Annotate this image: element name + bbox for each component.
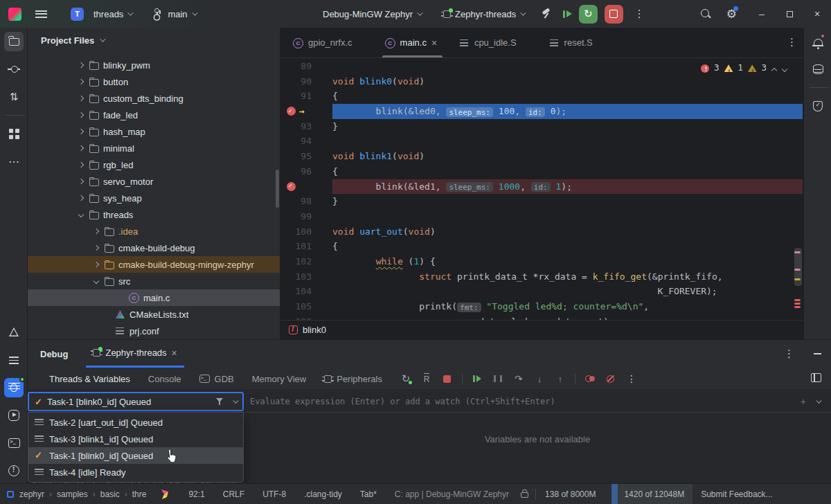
tree-chevron-icon[interactable] [118,294,125,301]
tree-item[interactable]: main.c [28,289,280,306]
settings-gear-icon[interactable]: ⚙ [726,7,737,21]
layout-settings-icon[interactable] [811,373,821,382]
gutter[interactable]: 89 [280,59,332,74]
gutter[interactable]: 105 [280,299,332,314]
code-line-content[interactable]: { [332,239,803,254]
panel-options-icon[interactable]: ⋮ [780,348,798,360]
view-breakpoints-icon[interactable] [581,370,599,387]
tree-item[interactable]: hash_map [28,123,280,140]
tree-chevron-icon[interactable] [104,311,111,318]
code-line-content[interactable]: } [332,194,803,209]
add-watch-icon[interactable]: + [801,396,806,407]
status-item[interactable]: CRLF [223,489,244,499]
scroll-mark[interactable] [794,251,801,253]
code-line-content[interactable]: blink(&led1, sleep_ms: 1000, id: 1); [332,179,803,195]
gutter[interactable]: 95 [280,149,332,164]
code-area[interactable]: 8990void blink0(void)91{→ blink(&led0, s… [280,59,803,320]
tree-chevron-icon[interactable] [93,244,100,251]
debug-view-tab[interactable]: Peripherals [315,368,391,390]
chevron-down-icon[interactable] [816,397,821,403]
tree-chevron-icon[interactable] [78,211,84,218]
status-item[interactable]: C: app | Debug-MinGW Zephyr [395,489,509,499]
code-line-content[interactable]: { [332,164,803,179]
tree-item[interactable]: threads [28,206,280,223]
tree-chevron-icon[interactable] [78,195,84,201]
debug-view-tab[interactable]: Threads & Variables [40,368,139,390]
status-breadcrumb[interactable]: thre [132,489,152,499]
cmake-tool-icon[interactable] [4,323,24,342]
code-line-content[interactable]: void uart_out(void) [332,224,803,240]
tree-chevron-icon[interactable] [78,95,84,102]
tree-chevron-icon[interactable] [93,278,100,285]
scroll-mark[interactable] [794,303,801,305]
tab-options-icon[interactable]: ⋮ [787,36,797,48]
scroll-mark[interactable] [794,299,801,301]
window-close-button[interactable]: × [803,0,831,28]
gutter[interactable]: 104 [280,284,332,299]
submit-feedback-link[interactable]: Submit Feedback... [701,489,772,499]
pull-requests-tool-icon[interactable] [4,87,24,107]
divider[interactable] [6,115,25,116]
debug-view-tab[interactable]: Memory View [243,368,316,390]
thread-list-item[interactable]: Task-4 [idle] Ready [28,464,243,480]
thread-list-item[interactable]: Task-3 [blink1_id] Queued [28,431,243,447]
heap-indicator[interactable]: 138 of 8000M [545,489,596,499]
tree-item[interactable]: prj.conf [28,323,280,339]
editor-tab[interactable]: main.c [375,28,449,57]
stop-icon[interactable] [438,370,456,387]
gutter[interactable]: 103 [280,269,332,285]
code-line-content[interactable]: printk(fmt: "Toggled led%d; counter=%d\n… [332,299,803,314]
rerun-debug-button[interactable]: ↻ [579,5,598,24]
filter-icon[interactable] [215,397,224,406]
resume-program-button[interactable] [563,10,572,18]
scroll-mark[interactable] [794,306,801,308]
separator[interactable] [462,373,463,384]
reset-icon[interactable] [418,370,436,387]
debug-tool-icon[interactable] [4,378,24,397]
main-menu-icon[interactable] [35,10,47,18]
tool-window-corner-icon[interactable] [7,491,14,498]
tree-item[interactable]: .idea [28,223,280,240]
code-line-content[interactable] [332,209,803,224]
database-tool-icon[interactable] [808,60,828,79]
tree-chevron-icon[interactable] [78,62,84,69]
gutter[interactable]: 98 [280,194,332,209]
tree-item[interactable]: custom_dts_binding [28,90,280,107]
tree-item[interactable]: src [28,273,280,289]
tree-item[interactable]: button [28,73,280,90]
tree-chevron-icon[interactable] [93,261,100,268]
editor-tab[interactable]: gpio_nrfx.c [283,28,375,57]
stop-button[interactable] [605,5,623,24]
gutter[interactable]: 94 [280,134,332,149]
previous-problem-icon[interactable] [771,66,777,71]
gutter[interactable]: 99 [280,209,332,224]
unlocked-icon[interactable] [521,492,528,498]
inspections-widget[interactable]: 3 1 3 [701,61,787,76]
build-button[interactable] [541,8,552,19]
thread-list-item[interactable]: Task-1 [blink0_id] Queued [28,447,243,464]
gutter[interactable]: 93 [280,119,332,134]
status-item[interactable]: UTF-8 [262,489,286,499]
commit-tool-icon[interactable] [4,60,24,79]
branch-selector[interactable]: main [150,6,198,22]
tree-item[interactable]: servo_motor [28,173,280,190]
tree-chevron-icon[interactable] [78,78,84,85]
gutter[interactable]: 101 [280,239,332,254]
code-line-content[interactable]: blink(&led0, sleep_ms: 100, id: 0); [332,104,803,119]
mute-breakpoints-icon[interactable] [602,370,620,387]
more-icon[interactable] [623,370,641,387]
step-over-icon[interactable] [510,370,528,387]
problems-tool-icon[interactable] [4,461,24,480]
status-item[interactable]: Tab* [360,489,377,499]
pause-icon[interactable] [489,370,507,387]
gutter[interactable] [280,179,332,195]
coverage-tool-icon[interactable] [808,96,828,116]
tree-chevron-icon[interactable] [78,178,84,185]
rerun-icon[interactable] [397,370,415,387]
breadcrumb[interactable]: blink0 [303,325,326,335]
debug-session-tab[interactable]: Zephyr-threads [86,340,184,368]
search-icon[interactable] [700,8,711,19]
scroll-mark[interactable] [794,278,801,280]
thread-selector[interactable]: Task-1 [blink0_id] Queued [28,392,244,411]
window-maximize-button[interactable] [776,0,803,28]
